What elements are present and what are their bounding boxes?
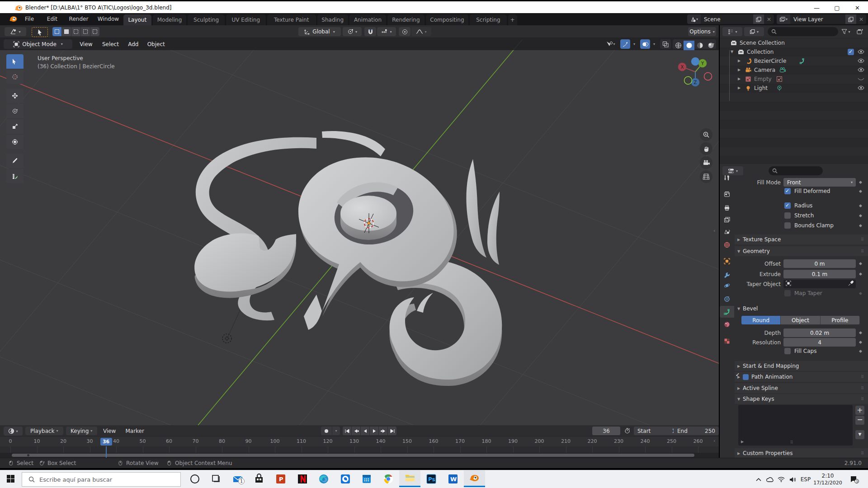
- animate-dot[interactable]: [859, 272, 862, 276]
- animate-dot[interactable]: [859, 190, 862, 193]
- timeline-menu-keying[interactable]: Keying ▾: [66, 427, 97, 435]
- outliner-item-label[interactable]: Camera: [754, 67, 775, 73]
- record-button[interactable]: [321, 427, 332, 435]
- shading-material-icon[interactable]: [694, 41, 705, 50]
- scene-unlink-icon[interactable]: ✕: [764, 14, 774, 24]
- tool-cursor[interactable]: [6, 70, 24, 84]
- tray-expand-icon[interactable]: [754, 470, 763, 488]
- outliner-row-light[interactable]: ▶Light: [720, 84, 868, 93]
- hide-eye-icon[interactable]: [858, 58, 864, 65]
- workspace-tab-compositing[interactable]: Compositing: [426, 14, 469, 25]
- collapse-arrow[interactable]: ▼: [735, 307, 743, 311]
- zoom-button[interactable]: [700, 128, 712, 141]
- taskbar-app-mail[interactable]: 1: [227, 470, 248, 487]
- animate-dot[interactable]: [859, 224, 862, 227]
- frame-start-field[interactable]: Start1: [634, 427, 679, 435]
- section-checkbox[interactable]: [743, 374, 749, 380]
- viewport-menu-object[interactable]: Object: [143, 39, 170, 49]
- taskbar-app-word[interactable]: W: [442, 470, 463, 487]
- scene-icon[interactable]: ▾: [687, 14, 701, 24]
- viewport-3d[interactable]: XYZ Object Mode ▾ ▾ ▾ ▾: [0, 38, 719, 425]
- expand-arrow[interactable]: ▶: [735, 451, 743, 455]
- timeline-menu-view[interactable]: View: [100, 427, 119, 435]
- sidebar-collapse-arrow[interactable]: ‹: [713, 228, 715, 234]
- tool-move[interactable]: [6, 89, 24, 103]
- properties-tab-modifiers[interactable]: [720, 269, 734, 281]
- gizmos-dropdown[interactable]: ▾: [630, 39, 638, 49]
- taskbar-app-calendar[interactable]: [356, 470, 377, 487]
- overlays-toggle[interactable]: [640, 39, 650, 49]
- transport-play-reverse[interactable]: [361, 427, 369, 435]
- checkbox-fill-deformed[interactable]: [784, 188, 791, 194]
- taskbar-app-netflix[interactable]: [292, 470, 313, 487]
- section-texture-space[interactable]: ▶Texture Space⠿: [735, 235, 868, 244]
- shading-wireframe-icon[interactable]: [673, 41, 684, 50]
- properties-tab-render[interactable]: [720, 188, 734, 200]
- camera-view-button[interactable]: [700, 156, 712, 169]
- section-bevel[interactable]: ▼Bevel: [735, 304, 868, 314]
- bevel-option-profile[interactable]: Profile: [821, 316, 860, 324]
- options-button[interactable]: Options ▾: [688, 27, 716, 36]
- section-shape-keys[interactable]: ▼Shape Keys⠿: [735, 394, 868, 404]
- taskbar-app-explorer[interactable]: [399, 470, 420, 487]
- select-mode-box[interactable]: [52, 27, 61, 36]
- scene-copy-icon[interactable]: [753, 14, 764, 24]
- animate-dot[interactable]: [859, 214, 862, 217]
- outliner-display-mode-dropdown[interactable]: ▾: [722, 27, 742, 36]
- new-collection-button[interactable]: [854, 27, 865, 36]
- viewport-menu-add[interactable]: Add: [125, 39, 142, 49]
- close-button[interactable]: ✕: [847, 1, 868, 14]
- falloff-dropdown[interactable]: ▾: [411, 27, 431, 36]
- expand-arrow[interactable]: ▶: [738, 68, 741, 72]
- timeline-menu-marker[interactable]: Marker: [122, 427, 148, 435]
- taskbar-app-cortana[interactable]: [184, 470, 205, 487]
- timeline-ruler[interactable]: 0102030405060708090100110120130140150160…: [0, 436, 719, 446]
- outliner-item-label[interactable]: Empty: [754, 76, 772, 82]
- properties-tab-texture[interactable]: [720, 335, 734, 347]
- tool-select-box[interactable]: [6, 54, 24, 69]
- scene-name[interactable]: Scene: [701, 16, 753, 23]
- checkbox-radius[interactable]: [784, 202, 791, 209]
- section-geometry[interactable]: ▼Geometry⠿: [735, 246, 868, 256]
- animate-dot[interactable]: [859, 331, 862, 334]
- viewport-menu-select[interactable]: Select: [97, 39, 124, 49]
- checkbox-map-taper[interactable]: [784, 290, 791, 296]
- properties-tab-tool[interactable]: [720, 172, 734, 183]
- prop-field-fill-mode[interactable]: Front▾: [783, 178, 856, 187]
- tray-wifi-icon[interactable]: [776, 470, 786, 488]
- xray-toggle[interactable]: [660, 39, 671, 49]
- taskbar-app-chrome[interactable]: [377, 470, 399, 487]
- expand-arrow[interactable]: ▶: [735, 386, 743, 390]
- workspace-tab-shading[interactable]: Shading: [317, 14, 348, 25]
- tray-onedrive-icon[interactable]: [765, 470, 775, 488]
- timeline-menu-playback[interactable]: Playback ▾: [25, 427, 63, 435]
- taskbar-search-input[interactable]: Escribe aquí para buscar: [22, 472, 181, 487]
- section-path-animation[interactable]: ▶Path Animation⠿: [735, 372, 868, 382]
- workspace-tab-+[interactable]: +: [508, 14, 517, 25]
- tool-rotate[interactable]: [6, 104, 24, 118]
- prop-field-extrude[interactable]: 0.1 m: [783, 270, 856, 278]
- section-start-end-mapping[interactable]: ▶Start & End Mapping: [735, 361, 868, 371]
- outliner-item-label[interactable]: Scene Collection: [740, 40, 785, 46]
- properties-tab-physics[interactable]: [720, 280, 734, 291]
- prop-field-taper-object[interactable]: [783, 280, 856, 288]
- select-mode-circle[interactable]: [71, 27, 80, 36]
- bevel-option-object[interactable]: Object: [781, 316, 820, 324]
- tool-annotate[interactable]: [6, 154, 24, 168]
- taskbar-app-photoshop[interactable]: Ps: [421, 470, 442, 487]
- prop-field-offset[interactable]: 0 m: [783, 259, 856, 268]
- outliner-row-collection[interactable]: ▼Collection: [720, 47, 868, 56]
- outliner-row-empty[interactable]: ▶Empty: [720, 75, 868, 84]
- shape-key-specials-button[interactable]: ▼: [855, 430, 864, 439]
- expand-arrow[interactable]: ▶: [738, 59, 741, 63]
- remove-shape-key-button[interactable]: −: [855, 416, 864, 425]
- visibility-checkbox[interactable]: [848, 49, 854, 55]
- visibility-dropdown[interactable]: ▾: [603, 39, 619, 49]
- tray-language-label[interactable]: ESP: [799, 470, 812, 488]
- current-frame-field[interactable]: 36: [592, 427, 620, 435]
- orthographic-toggle-button[interactable]: [700, 170, 712, 183]
- taskbar-app-edge[interactable]: [313, 470, 335, 487]
- workspace-tab-rendering[interactable]: Rendering: [387, 14, 424, 25]
- hide-eye-icon[interactable]: [858, 49, 864, 56]
- pivot-point-dropdown[interactable]: ▾: [343, 27, 362, 36]
